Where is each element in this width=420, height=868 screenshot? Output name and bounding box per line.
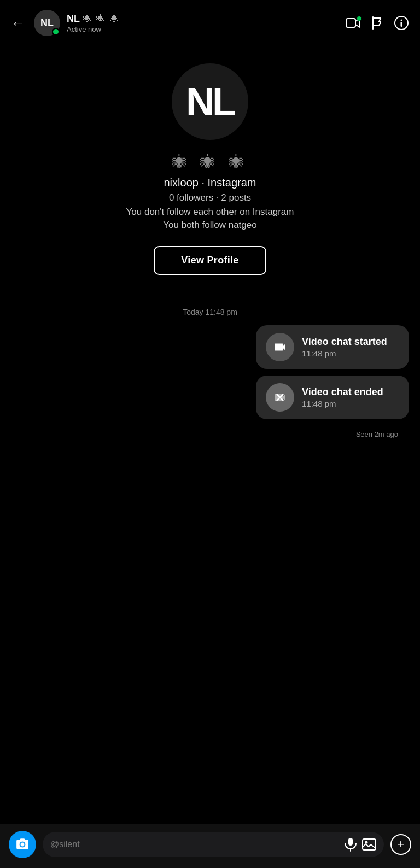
header-status: Active now [67,25,339,33]
active-status-dot [52,28,60,36]
header-name: NL [67,13,80,25]
svg-point-2 [401,20,402,21]
svg-point-7 [365,841,368,844]
camera-button[interactable] [9,831,36,858]
header-name-row: NL 🕷 🕷 🕷 [67,13,339,25]
video-chat-ended-bubble: Video chat ended 11:48 pm [256,376,409,419]
header-spiders-emoji: 🕷 🕷 🕷 [83,14,120,24]
video-call-button[interactable] [346,17,361,29]
video-ended-time: 11:48 pm [302,399,383,408]
svg-rect-0 [346,19,355,27]
info-button[interactable] [394,15,409,31]
bottom-bar: + [0,824,420,868]
microphone-button[interactable] [345,837,357,852]
video-chat-started-bubble: Video chat started 11:48 pm [256,325,409,369]
avatar-container: NL [34,10,60,36]
profile-section: NL 🕷 🕷 🕷 nixloop · Instagram 0 followers… [0,42,420,291]
svg-rect-4 [348,838,353,846]
header: ← NL NL 🕷 🕷 🕷 Active now [0,0,420,42]
flag-button[interactable] [371,16,384,30]
video-badge [357,16,362,21]
messages-area: Video chat started 11:48 pm Video chat e… [0,325,420,438]
svg-rect-3 [401,22,402,27]
profile-avatar-large: NL [172,63,248,140]
back-button[interactable]: ← [11,15,25,32]
message-input[interactable] [50,840,339,849]
image-picker-button[interactable] [362,837,376,852]
seen-label: Seen 2m ago [11,426,409,438]
profile-mutual: You both follow natgeo [163,220,256,231]
header-icons [346,15,409,31]
video-started-time: 11:48 pm [302,349,387,358]
view-profile-button[interactable]: View Profile [154,246,266,275]
video-ended-content: Video chat ended 11:48 pm [302,386,383,408]
video-ended-icon-circle [266,383,294,412]
message-timestamp: Today 11:48 pm [0,291,420,325]
profile-spiders-emoji: 🕷 🕷 🕷 [172,153,248,171]
message-input-area[interactable] [43,832,384,857]
header-info: NL 🕷 🕷 🕷 Active now [67,13,339,33]
video-started-content: Video chat started 11:48 pm [302,336,387,358]
add-button[interactable]: + [390,834,411,855]
video-started-title: Video chat started [302,336,387,348]
profile-username-line: nixloop · Instagram [164,177,256,189]
profile-stats: 0 followers · 2 posts [169,192,251,203]
profile-follow-status: You don't follow each other on Instagram [126,207,294,218]
video-started-icon-circle [266,333,294,361]
video-ended-title: Video chat ended [302,386,383,398]
